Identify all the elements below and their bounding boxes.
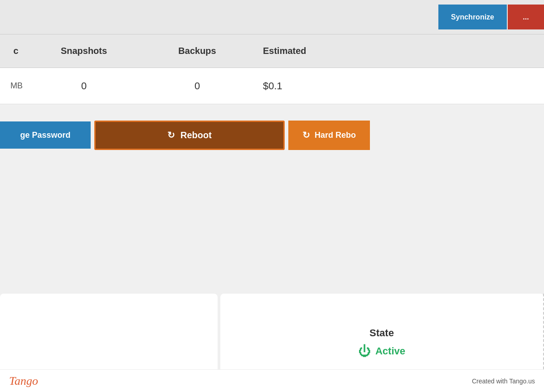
state-label: State xyxy=(369,327,394,339)
middle-gray-area xyxy=(0,153,544,294)
col-header-estimated: Estimated xyxy=(254,46,544,56)
col-header-backups: Backups xyxy=(141,46,254,56)
change-password-button[interactable]: ge Password xyxy=(0,121,91,149)
row-cell-backups: 0 xyxy=(141,80,254,92)
row-cell-price: $0.1 xyxy=(254,80,544,92)
top-bar: Synchronize ... xyxy=(0,0,544,34)
hard-reboot-icon: ↻ xyxy=(302,130,310,140)
hard-reboot-button[interactable]: ↻ Hard Rebo xyxy=(288,121,370,150)
hard-reboot-label: Hard Rebo xyxy=(315,131,356,140)
tango-credit: Created with Tango.us xyxy=(472,377,535,385)
state-value: ⏻ Active xyxy=(358,344,405,358)
tango-logo: Tango xyxy=(9,374,38,388)
bottom-panel: State ⏻ Active xyxy=(0,294,544,369)
table-row: MB 0 0 $0.1 xyxy=(0,68,544,104)
action-buttons-row: ge Password ↻ Reboot ↻ Hard Rebo xyxy=(0,117,544,153)
row-cell-left: MB xyxy=(0,81,27,91)
row-cell-snapshots: 0 xyxy=(27,80,141,92)
footer: Tango Created with Tango.us xyxy=(0,369,544,392)
col-header-snapshots: Snapshots xyxy=(27,46,141,56)
reboot-icon: ↻ xyxy=(167,130,175,140)
col-header-left: c xyxy=(0,46,27,56)
synchronize-button[interactable]: Synchronize xyxy=(438,5,507,29)
red-button[interactable]: ... xyxy=(508,5,544,29)
table-header: c Snapshots Backups Estimated xyxy=(0,34,544,68)
reboot-label: Reboot xyxy=(180,130,212,140)
reboot-button[interactable]: ↻ Reboot xyxy=(94,121,285,150)
power-icon: ⏻ xyxy=(358,344,371,358)
active-status-text: Active xyxy=(375,345,405,357)
